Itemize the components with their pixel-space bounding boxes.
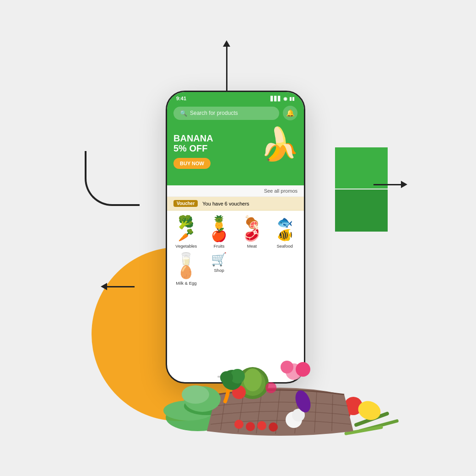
status-bar: 9:41 ▋▋▋ ◉ ▮▮ [167, 92, 304, 103]
svg-point-19 [243, 368, 262, 391]
arrow-up-decoration [223, 40, 230, 92]
svg-point-21 [281, 361, 293, 373]
search-box[interactable]: 🔍 Search for products [173, 107, 279, 120]
fruits-icon: 🍍🍎 [205, 216, 234, 242]
see-all-promos: See all promos [167, 185, 304, 197]
voucher-badge: Voucher [173, 200, 198, 207]
arrow-right-decoration [373, 181, 407, 188]
quarter-circle-decoration [85, 151, 140, 206]
arrow-left-decoration [101, 283, 135, 290]
svg-point-22 [296, 362, 310, 377]
basket-svg [161, 320, 399, 436]
shop-icon: 🛒 [211, 253, 227, 266]
signal-icon: ▋▋▋ [270, 96, 281, 101]
battery-icon: ▮▮ [289, 96, 295, 101]
buy-now-button[interactable]: BUY NOW [173, 158, 211, 169]
status-icons: ▋▋▋ ◉ ▮▮ [270, 96, 295, 101]
category-vegetables[interactable]: 🥦🥕 Vegetables [172, 216, 201, 249]
vegetables-label: Vegetables [175, 243, 197, 249]
banana-image: 🍌 [260, 128, 299, 160]
milk-egg-icon: 🥛🥚 [172, 253, 201, 279]
notification-bell-button[interactable]: 🔔 [283, 106, 298, 120]
svg-point-31 [234, 420, 243, 429]
fruits-label: Fruits [214, 243, 225, 249]
voucher-strip: Voucher You have 6 vouchers [167, 197, 304, 211]
category-meat[interactable]: 🍖🥩 Meat [238, 216, 267, 249]
shop-label: Shop [214, 268, 224, 273]
svg-point-34 [269, 422, 278, 432]
meat-icon: 🍖🥩 [238, 216, 267, 242]
search-placeholder: Search for products [190, 110, 238, 116]
category-grid: 🥦🥕 Vegetables 🍍🍎 Fruits 🍖🥩 Meat 🐟🐠 Seafo… [172, 216, 299, 249]
search-icon: 🔍 [180, 110, 187, 117]
seafood-icon: 🐟🐠 [270, 216, 299, 242]
vegetable-basket-overlay [64, 320, 449, 449]
meat-label: Meat [247, 243, 257, 249]
basket-emoji [161, 320, 399, 449]
svg-point-26 [182, 385, 209, 404]
categories-section: 🥦🥕 Vegetables 🍍🍎 Fruits 🍖🥩 Meat 🐟🐠 Seafo… [167, 211, 304, 291]
category-shop[interactable]: 🛒 Shop [205, 253, 234, 286]
milk-egg-label: Milk & Egg [176, 281, 196, 286]
bell-icon: 🔔 [286, 109, 295, 117]
svg-point-24 [265, 382, 276, 393]
svg-point-32 [246, 422, 255, 431]
category-fruits[interactable]: 🍍🍎 Fruits [205, 216, 234, 249]
promos-label[interactable]: See all promos [264, 188, 298, 194]
search-area: 🔍 Search for products 🔔 [167, 103, 304, 126]
svg-point-33 [257, 421, 266, 430]
svg-point-37 [220, 371, 233, 384]
category-milk-egg[interactable]: 🥛🥚 Milk & Egg [172, 253, 201, 286]
green-rect-bottom [335, 189, 388, 232]
voucher-text: You have 6 vouchers [202, 201, 249, 206]
wifi-icon: ◉ [283, 96, 287, 101]
status-time: 9:41 [176, 96, 186, 101]
seafood-label: Seafood [276, 243, 292, 249]
category-seafood[interactable]: 🐟🐠 Seafood [270, 216, 299, 249]
promo-banner: BANANA 5% OFF BUY NOW 🍌 [167, 126, 304, 185]
vegetables-icon: 🥦🥕 [172, 216, 201, 242]
category-grid-2: 🥛🥚 Milk & Egg 🛒 Shop [172, 253, 299, 286]
scene: 9:41 ▋▋▋ ◉ ▮▮ 🔍 Search for products 🔔 BA… [0, 0, 476, 476]
